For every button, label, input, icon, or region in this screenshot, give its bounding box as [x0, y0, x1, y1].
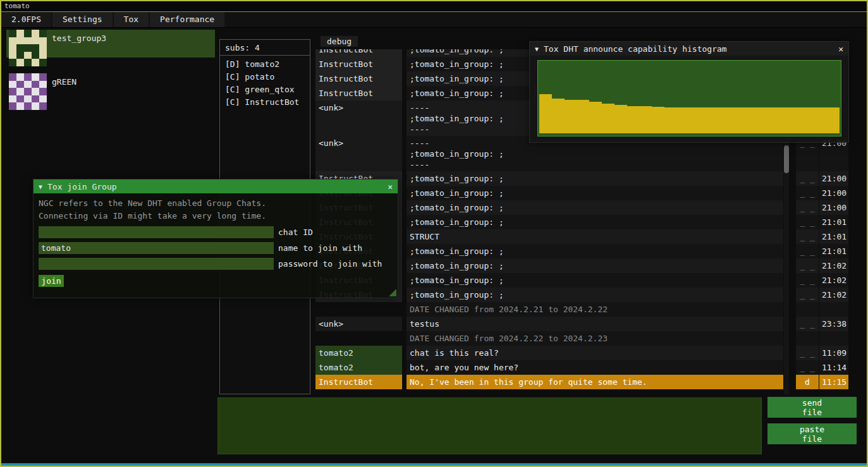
name-to-join-with-label: name to join with: [278, 243, 362, 253]
chat-delivery-status: d: [796, 375, 819, 389]
group-sidebar: test_group3 gREEN: [6, 30, 215, 117]
chat-message-text: ;tomato_in_group: ;: [406, 171, 783, 186]
chat-delivery-status: [796, 302, 819, 317]
subs-header: subs: 4: [220, 40, 310, 56]
chat-timestamp: 23:38: [819, 317, 848, 331]
menubar: 2.0FPSSettingsToxPerformance: [1, 12, 867, 28]
histogram-bar: [652, 107, 664, 133]
chat-delivery-status: _ _: [796, 186, 819, 200]
chat-message-text: ;tomato_in_group: ;: [406, 273, 783, 288]
histogram-bar: [664, 107, 677, 133]
window-titlebar[interactable]: tomato: [1, 1, 867, 12]
histogram-window: ▼ Tox DHT announce capability histogram …: [529, 41, 849, 143]
send-file-button[interactable]: send file: [767, 397, 857, 418]
chat-delivery-status: _ _: [796, 244, 819, 258]
collapse-arrow-icon[interactable]: ▼: [39, 183, 42, 190]
menu-item-settings[interactable]: Settings: [52, 12, 113, 27]
chat-scrollbar-thumb[interactable]: [784, 145, 789, 173]
resize-grip[interactable]: [389, 289, 396, 296]
chat-date-text: DATE CHANGED from 2024.2.21 to 2024.2.22: [406, 302, 783, 317]
chat-message-row[interactable]: tomato2chat is this real?_ _11:09: [315, 346, 852, 360]
chat-timestamp: 21:00: [819, 186, 848, 200]
histogram-bar: [790, 107, 802, 133]
bottom-strip: [1, 463, 867, 466]
chat-author: InstructBot: [315, 375, 402, 389]
join-info-line: Connecting via ID might take a very long…: [39, 210, 393, 222]
chat-timestamp: 21:01: [819, 229, 848, 244]
chat-author: InstructBot: [315, 49, 402, 57]
chat-timestamp: 21:02: [819, 258, 848, 273]
join-group-window: ▼ Tox join Group ✕ NGC refers to the New…: [33, 179, 398, 298]
chat-message-row[interactable]: <unk>testus_ _23:38: [315, 317, 852, 331]
histogram-bar: [627, 106, 640, 133]
chat-delivery-status: _ _: [796, 258, 819, 273]
message-input[interactable]: [217, 397, 762, 454]
password-to-join-with-label: password to join with: [278, 259, 382, 269]
histogram-bar: [764, 107, 777, 133]
menu-item-tox[interactable]: Tox: [114, 12, 149, 27]
histogram-bars: [539, 62, 840, 133]
chat-message-row[interactable]: InstructBotNo, I've been in this group f…: [315, 375, 852, 389]
chat-message-text: No, I've been in this group for quite so…: [406, 375, 783, 389]
chat-delivery-status: _ _: [796, 288, 819, 302]
histogram-bar: [752, 107, 765, 133]
chat-message-text: STRUCT: [406, 229, 783, 244]
histogram-bar: [539, 94, 552, 133]
chat-id-input[interactable]: [39, 226, 274, 238]
join-button[interactable]: join: [39, 275, 64, 287]
histogram-bar: [614, 105, 627, 133]
histogram-bar: [690, 107, 702, 133]
histogram-chart: [537, 60, 841, 136]
member-item-c-green-qtox[interactable]: [C] green_qtox: [220, 83, 310, 96]
tab-debug[interactable]: debug: [321, 36, 358, 47]
group-item-green[interactable]: gREEN: [6, 73, 215, 110]
histogram-window-titlebar[interactable]: ▼ Tox DHT announce capability histogram …: [530, 42, 848, 56]
name-to-join-with-input[interactable]: tomato: [39, 242, 274, 254]
chat-timestamp: 21:00: [819, 171, 848, 186]
member-item-c-instructbot[interactable]: [C] InstructBot: [220, 96, 310, 109]
group-item-test-group3[interactable]: test_group3: [6, 30, 215, 66]
join-group-body: NGC refers to the New DHT enabled Group …: [34, 193, 398, 291]
chat-date-row[interactable]: DATE CHANGED from 2024.2.22 to 2024.2.23: [315, 331, 852, 346]
paste-file-button[interactable]: paste file: [767, 423, 857, 444]
group-avatar: [9, 30, 47, 66]
chat-delivery-status: _ _: [796, 200, 819, 215]
join-info-line: NGC refers to the New DHT enabled Group …: [39, 197, 393, 210]
member-item-c-potato[interactable]: [C] potato: [220, 71, 310, 83]
collapse-arrow-icon[interactable]: ▼: [535, 45, 539, 52]
password-to-join-with-input[interactable]: [39, 258, 274, 270]
chat-delivery-status: [796, 331, 819, 346]
menu-item-performance[interactable]: Performance: [150, 12, 224, 27]
join-field-row: password to join with: [39, 258, 393, 270]
histogram-bar: [677, 107, 690, 133]
group-name: test_group3: [52, 33, 106, 43]
window-title: tomato: [4, 2, 30, 10]
histogram-bar: [565, 100, 577, 133]
join-group-window-titlebar[interactable]: ▼ Tox join Group ✕: [34, 179, 398, 193]
close-icon[interactable]: ✕: [388, 182, 393, 191]
chat-timestamp: 11:15: [819, 375, 848, 389]
chat-date-row[interactable]: DATE CHANGED from 2024.2.21 to 2024.2.22: [315, 302, 852, 317]
member-item-d-tomato2[interactable]: [D] tomato2: [220, 58, 310, 71]
chat-message-row[interactable]: tomato2bot, are you new here?_ _11:14: [315, 360, 852, 375]
close-icon[interactable]: ✕: [838, 44, 843, 54]
chat-author: InstructBot: [315, 71, 402, 86]
histogram-window-title: Tox DHT announce capability histogram: [544, 44, 727, 54]
send-file-label-line1: send: [802, 398, 822, 408]
chat-timestamp: 21:00: [819, 200, 848, 215]
send-file-label-line2: file: [802, 408, 822, 417]
histogram-bar: [639, 106, 652, 133]
histogram-bar: [827, 107, 840, 133]
histogram-bar: [802, 107, 815, 133]
chat-author: <unk>: [315, 100, 402, 136]
histogram-bar: [714, 107, 727, 133]
chat-author: tomato2: [315, 360, 402, 375]
histogram-bar: [740, 107, 752, 133]
chat-delivery-status: _ _: [796, 346, 819, 360]
join-group-window-title: Tox join Group: [47, 182, 117, 191]
chat-delivery-status: _ _: [796, 171, 819, 186]
menu-item-2-0fps[interactable]: 2.0FPS: [1, 12, 51, 27]
chat-timestamp: 21:02: [819, 273, 848, 288]
histogram-bar: [727, 107, 740, 133]
chat-message-text: ;tomato_in_group: ;: [406, 258, 783, 273]
